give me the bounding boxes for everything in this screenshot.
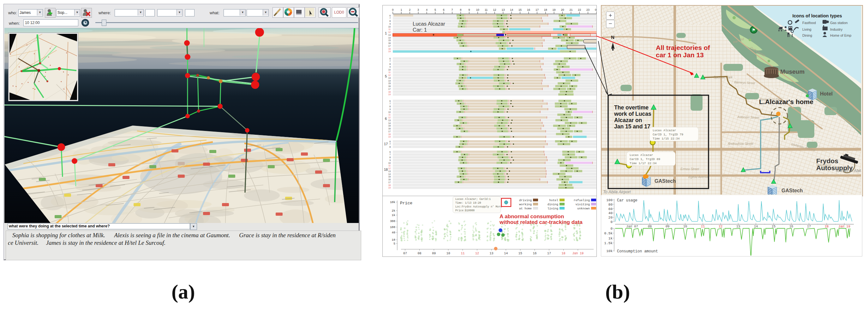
svg-text:19: 19 [389,187,391,189]
svg-text:L.Alcazar's home: L.Alcazar's home [759,98,813,105]
svg-text:16: 16 [389,42,391,44]
svg-text:13: 13 [736,225,740,228]
svg-text:17: 17 [389,45,391,47]
svg-text:17: 17 [389,130,391,133]
svg-text:The overtime: The overtime [614,104,649,111]
svg-text:To Abila Airport: To Abila Airport [603,190,631,194]
svg-text:8: 8 [389,156,391,159]
svg-text:07: 07 [403,252,407,255]
svg-text:21: 21 [569,8,572,11]
svg-text:12: 12 [389,74,391,76]
svg-text:2: 2 [409,8,410,11]
svg-text:09: 09 [432,252,436,255]
svg-text:17: 17 [389,88,391,90]
svg-text:14: 14 [510,8,513,11]
svg-text:11: 11 [389,114,391,116]
svg-text:12: 12 [389,167,391,170]
svg-text:15: 15 [389,124,391,127]
svg-text:10: 10 [392,238,396,242]
svg-text:Time: 1/13 19:20: Time: 1/13 19:20 [455,201,481,205]
svg-text:14: 14 [389,122,391,124]
svg-text:13: 13 [389,119,391,121]
svg-text:6: 6 [389,15,391,17]
svg-text:living: living [548,207,558,210]
svg-text:19: 19 [389,50,391,53]
svg-text:9: 9 [389,108,391,110]
svg-text:A abnormal consumption: A abnormal consumption [499,214,564,220]
svg-text:GAStech: GAStech [781,188,803,193]
svg-text:9: 9 [389,159,391,161]
svg-text:6: 6 [389,151,391,153]
svg-text:08: 08 [418,252,422,255]
svg-text:10k: 10k [390,200,395,204]
svg-text:22: 22 [578,8,581,11]
svg-text:17: 17 [389,181,391,184]
svg-text:Icons of location types: Icons of location types [792,13,842,18]
svg-text:Lucas Alcazar: Lucas Alcazar [413,21,445,27]
svg-text:300: 300 [390,220,395,223]
svg-text:Jan 07: Jan 07 [626,225,638,228]
svg-text:20: 20 [561,8,564,11]
svg-text:1: 1 [400,8,402,11]
svg-text:−: − [609,20,612,27]
svg-text:Jan 19: Jan 19 [572,252,584,255]
svg-text:100: 100 [606,198,613,202]
svg-text:Lucas Alcazar; CarId:1: Lucas Alcazar; CarId:1 [455,198,491,201]
svg-text:14: 14 [504,252,508,255]
svg-text:12: 12 [475,252,479,255]
svg-text:11: 11 [389,165,391,167]
svg-text:8: 8 [389,20,391,22]
svg-text:Fastfood: Fastfood [802,21,816,25]
svg-text:0: 0 [610,227,613,230]
svg-text:23: 23 [586,8,590,11]
svg-text:8: 8 [389,63,391,65]
svg-text:hotel: hotel [549,199,558,202]
svg-text:19: 19 [553,8,556,11]
svg-text:2k: 2k [392,209,396,213]
svg-text:CarID 1, TrgID 89: CarID 1, TrgID 89 [630,158,660,161]
svg-text:Egeou Avenue: Egeou Avenue [688,175,709,179]
svg-text:Ermou Street: Ermou Street [680,167,700,171]
svg-text:1.5k: 1.5k [604,241,613,245]
svg-text:20: 20 [609,216,613,220]
svg-text:Loc:Frydos Autosupply n' More: Loc:Frydos Autosupply n' More [455,205,502,208]
svg-text:13: 13 [389,170,391,172]
svg-text:Jan 19: Jan 19 [838,225,850,228]
svg-text:11: 11 [461,252,464,255]
svg-text:13: 13 [389,34,391,36]
svg-text:19: 19 [389,93,391,95]
svg-text:7: 7 [389,60,391,62]
svg-text:5: 5 [394,242,395,246]
svg-text:8: 8 [389,146,391,148]
svg-text:6: 6 [443,8,444,11]
svg-text:To Port of Abila: To Port of Abila [835,168,861,173]
svg-text:14: 14 [754,225,758,228]
svg-text:15: 15 [389,39,391,41]
svg-text:Time 1/17 22:34: Time 1/17 22:34 [630,162,657,165]
svg-text:18: 18 [825,225,829,228]
svg-text:9: 9 [468,8,470,11]
svg-text:work of Lucas: work of Lucas [614,111,651,117]
svg-text:⚑: ⚑ [752,28,755,32]
svg-text:Time 1/15 22:34: Time 1/15 22:34 [653,137,680,140]
svg-text:7: 7 [389,153,391,156]
svg-text:11: 11 [389,71,391,74]
svg-text:12: 12 [719,225,723,228]
svg-text:08: 08 [648,225,652,228]
svg-text:16: 16 [389,128,391,130]
svg-text:10: 10 [683,225,687,228]
svg-text:Car usage: Car usage [617,198,638,203]
svg-text:6: 6 [385,117,387,120]
svg-text:16: 16 [527,8,530,11]
svg-text:40: 40 [392,231,396,234]
svg-text:6: 6 [389,140,391,143]
svg-text:10k: 10k [606,249,613,253]
svg-text:7: 7 [452,8,453,11]
svg-text:0: 0 [610,220,613,224]
svg-text:14: 14 [389,80,391,82]
svg-text:60: 60 [609,207,613,211]
svg-text:Living: Living [802,28,811,31]
svg-text:14: 14 [389,37,391,39]
svg-text:13: 13 [490,252,494,255]
svg-text:12: 12 [389,116,391,119]
